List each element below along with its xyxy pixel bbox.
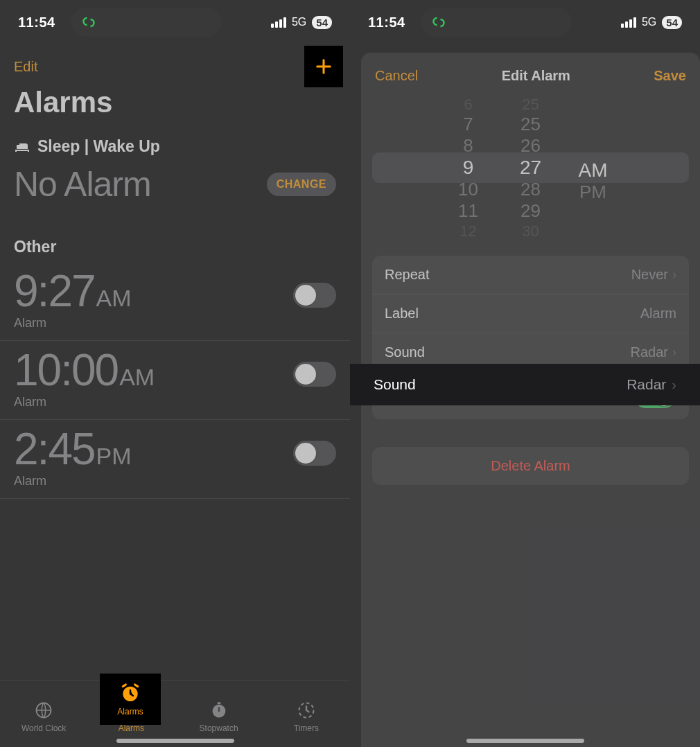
picker-minute: 25 <box>520 114 541 135</box>
cancel-button[interactable]: Cancel <box>375 68 418 84</box>
tab-label: Timers <box>294 723 319 733</box>
picker-minute: 26 <box>520 135 541 157</box>
link-icon <box>80 14 97 30</box>
home-indicator[interactable] <box>116 739 234 743</box>
tab-label: Alarms <box>117 707 143 717</box>
picker-minute: 28 <box>520 179 541 200</box>
tab-timers[interactable]: Timers <box>263 681 350 747</box>
tab-label: World Clock <box>21 723 66 733</box>
sheet-title: Edit Alarm <box>502 68 570 84</box>
picker-hour: 8 <box>463 135 473 157</box>
signal-icon <box>621 17 636 28</box>
alarm-ampm: AM <box>119 364 155 391</box>
row-label: Label <box>385 306 419 322</box>
chevron-right-icon: › <box>672 267 676 282</box>
alarm-toggle[interactable] <box>293 283 336 308</box>
chevron-right-icon: › <box>672 377 676 393</box>
picker-hour-selected: 9 <box>463 157 474 179</box>
no-alarm-text: No Alarm <box>14 164 151 204</box>
picker-hour: 7 <box>463 114 473 135</box>
chevron-right-icon: › <box>672 345 676 360</box>
tab-bar: World Clock Alarms Stopwatch Timers <box>0 680 350 747</box>
label-row[interactable]: Label Alarm <box>372 295 689 333</box>
change-button[interactable]: CHANGE <box>267 173 336 196</box>
plus-icon <box>314 57 333 76</box>
signal-icon <box>271 17 286 28</box>
battery-badge: 54 <box>662 16 682 29</box>
alarm-row[interactable]: 9:27AM Alarm <box>0 262 350 341</box>
network-type: 5G <box>292 16 306 28</box>
alarm-row[interactable]: 10:00AM Alarm <box>0 341 350 420</box>
status-bar: 11:54 5G 54 <box>0 0 350 44</box>
sheet-nav: Cancel Edit Alarm Save <box>361 61 700 95</box>
row-label: Repeat <box>385 267 430 283</box>
picker-hour: 10 <box>458 179 478 200</box>
dynamic-island[interactable] <box>71 8 222 37</box>
tab-label: Stopwatch <box>200 723 238 733</box>
alarm-time: 9:27 <box>14 269 95 313</box>
toggle-knob <box>295 285 316 306</box>
alarm-label: Alarm <box>14 474 132 489</box>
alarm-label: Alarm <box>14 316 132 331</box>
bed-icon <box>14 141 30 153</box>
sleep-section-label: Sleep | Wake Up <box>37 137 160 156</box>
alarm-ampm: PM <box>96 443 132 470</box>
phone-right-edit-alarm-screen: 11:54 5G 54 Cancel Edit Alarm Save 6 7 8… <box>350 0 700 747</box>
row-value: Never <box>631 267 668 283</box>
phone-left-alarms-screen: 11:54 5G 54 Edit Alarms Sleep | Wake Up … <box>0 0 350 747</box>
delete-label: Delete Alarm <box>372 447 689 485</box>
time-picker[interactable]: 6 7 8 9 10 11 12 25 25 26 27 28 29 30 ..… <box>372 95 689 240</box>
home-indicator[interactable] <box>466 739 584 743</box>
link-icon <box>430 14 447 30</box>
picker-hour: 11 <box>458 200 478 222</box>
picker-minute-selected: 27 <box>520 157 541 179</box>
row-label: Sound <box>374 376 416 393</box>
picker-minute: 25 <box>522 95 539 114</box>
other-section-header: Other <box>0 220 350 262</box>
toggle-knob <box>295 443 316 464</box>
delete-alarm-button[interactable]: Delete Alarm <box>372 447 689 485</box>
row-value: Radar <box>627 376 666 393</box>
battery-badge: 54 <box>312 16 332 29</box>
stopwatch-icon <box>209 701 229 720</box>
picker-ampm: PM <box>579 182 606 203</box>
picker-hour: 6 <box>464 95 472 114</box>
highlight-add-button[interactable] <box>304 46 343 87</box>
save-button[interactable]: Save <box>654 68 686 84</box>
alarm-toggle[interactable] <box>293 362 336 387</box>
picker-minute: 30 <box>522 222 539 240</box>
picker-minute: 29 <box>520 200 541 222</box>
globe-icon <box>34 701 53 720</box>
picker-hours-column[interactable]: 6 7 8 9 10 11 12 <box>437 95 500 240</box>
picker-minutes-column[interactable]: 25 25 26 27 28 29 30 <box>500 95 562 240</box>
row-value: Alarm <box>640 306 676 322</box>
toggle-knob <box>295 364 316 385</box>
status-time: 11:54 <box>368 15 405 30</box>
nav-bar: Edit <box>0 44 350 82</box>
alarm-toggle[interactable] <box>293 441 336 466</box>
alarm-time: 10:00 <box>14 348 118 392</box>
page-title: Alarms <box>0 82 350 132</box>
picker-ampm-selected: AM <box>579 159 608 182</box>
tab-world-clock[interactable]: World Clock <box>0 681 87 747</box>
picker-hour: 12 <box>460 222 476 240</box>
picker-ampm-column[interactable]: ... AM PM .. <box>562 95 624 240</box>
timer-icon <box>297 701 316 720</box>
repeat-row[interactable]: Repeat Never› <box>372 256 689 295</box>
svg-rect-3 <box>217 702 220 704</box>
sleep-section-header: Sleep | Wake Up <box>0 132 350 161</box>
edit-button[interactable]: Edit <box>14 59 37 75</box>
status-bar: 11:54 5G 54 <box>350 0 700 44</box>
alarm-row[interactable]: 2:45PM Alarm <box>0 420 350 499</box>
tab-stopwatch[interactable]: Stopwatch <box>175 681 263 747</box>
dynamic-island[interactable] <box>421 8 572 37</box>
alarm-label: Alarm <box>14 395 155 410</box>
row-label: Sound <box>385 344 425 360</box>
highlight-tab-alarms[interactable]: Alarms <box>100 674 161 725</box>
alarm-time: 2:45 <box>14 427 95 471</box>
status-time: 11:54 <box>18 15 55 30</box>
highlight-sound-row[interactable]: Sound Radar› <box>350 364 700 405</box>
alarm-clock-icon <box>119 682 141 704</box>
row-value: Radar <box>631 344 668 360</box>
alarm-ampm: AM <box>96 285 132 312</box>
